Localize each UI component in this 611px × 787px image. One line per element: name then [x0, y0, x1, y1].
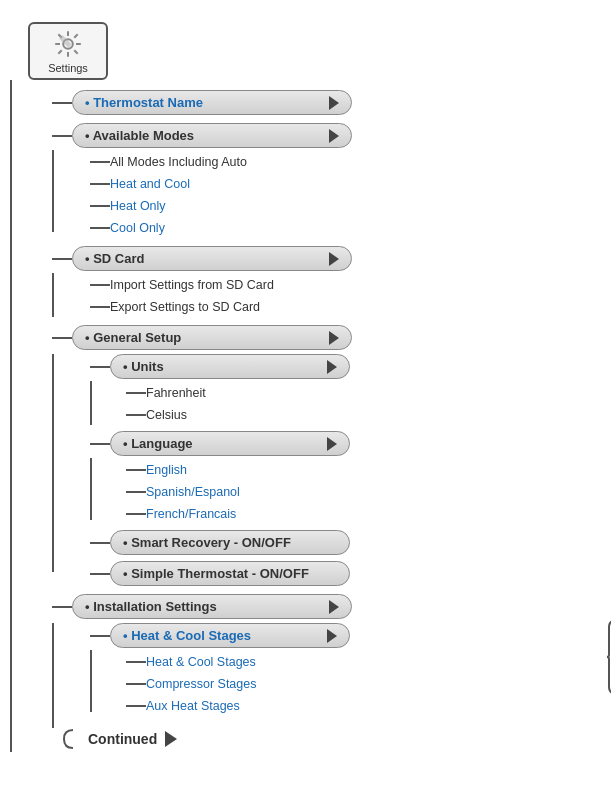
- brace-icon: [605, 617, 611, 697]
- french-row: French/Francais: [126, 504, 600, 524]
- mode-cool-only-label: Cool Only: [110, 221, 165, 235]
- h-connector: [52, 606, 72, 608]
- h-connector: [126, 414, 146, 416]
- h-connector: [126, 469, 146, 471]
- compressor-label: Compressor Stages: [146, 677, 256, 691]
- lang-spine: [90, 458, 92, 520]
- h-connector: [90, 542, 110, 544]
- h-connector: [126, 683, 146, 685]
- french-label: French/Francais: [146, 507, 236, 521]
- celsius-row: Celsius: [126, 405, 600, 425]
- heat-cool-stages-row: • Heat & Cool Stages: [90, 623, 600, 648]
- page-layout: Settings • Thermostat Name • Available M…: [10, 10, 600, 750]
- thermostat-name-row: • Thermostat Name: [52, 90, 600, 115]
- general-setup-label: • General Setup: [85, 330, 181, 345]
- sd-card-row: • SD Card: [52, 246, 600, 271]
- english-row: English: [126, 460, 600, 480]
- heat-cool-stages-wrap: • Heat & Cool Stages Availability depend…: [90, 623, 600, 716]
- installation-settings-label: • Installation Settings: [85, 599, 217, 614]
- simple-thermostat-pill[interactable]: • Simple Thermostat - ON/OFF: [110, 561, 350, 586]
- settings-label: Settings: [48, 62, 88, 74]
- available-modes-label: • Available Modes: [85, 128, 194, 143]
- h-connector: [90, 161, 110, 163]
- sd-card-pill[interactable]: • SD Card: [72, 246, 352, 271]
- sd-card-children: Import Settings from SD Card Export Sett…: [52, 273, 600, 317]
- h-connector: [90, 573, 110, 575]
- hcs-label-row: Heat & Cool Stages: [126, 652, 600, 672]
- thermostat-name-pill[interactable]: • Thermostat Name: [72, 90, 352, 115]
- gap: [52, 716, 600, 728]
- language-arrow: [327, 437, 337, 451]
- continued-arc-icon: [62, 728, 84, 750]
- svg-line-7: [74, 34, 77, 37]
- available-modes-children: All Modes Including Auto Heat and Cool H…: [52, 150, 600, 238]
- language-pill[interactable]: • Language: [110, 431, 350, 456]
- spanish-row: Spanish/Espanol: [126, 482, 600, 502]
- h-connector: [90, 227, 110, 229]
- units-children: Fahrenheit Celsius: [90, 381, 600, 425]
- mode-cool-only-row: Cool Only: [90, 218, 600, 238]
- svg-line-8: [58, 50, 61, 53]
- thermostat-name-label: • Thermostat Name: [85, 95, 203, 110]
- smart-recovery-pill[interactable]: • Smart Recovery - ON/OFF: [110, 530, 350, 555]
- heat-cool-children: Heat & Cool Stages Compressor Stages Aux…: [90, 650, 600, 716]
- gear-icon: [52, 28, 84, 60]
- fahrenheit-label: Fahrenheit: [146, 386, 206, 400]
- heat-cool-stages-pill[interactable]: • Heat & Cool Stages: [110, 623, 350, 648]
- units-pill[interactable]: • Units: [110, 354, 350, 379]
- h-connector: [90, 284, 110, 286]
- available-modes-arrow: [329, 129, 339, 143]
- continued-arrow: [165, 731, 177, 747]
- h-connector: [126, 661, 146, 663]
- install-spine: [52, 623, 54, 728]
- h-connector: [90, 306, 110, 308]
- sd-export-row: Export Settings to SD Card: [90, 297, 600, 317]
- svg-line-6: [74, 50, 77, 53]
- gap: [52, 586, 600, 594]
- units-row: • Units: [90, 354, 600, 379]
- h-connector: [52, 135, 72, 137]
- english-label: English: [146, 463, 187, 477]
- heat-cool-stages-arrow: [327, 629, 337, 643]
- h-connector: [126, 491, 146, 493]
- sd-import-row: Import Settings from SD Card: [90, 275, 600, 295]
- sd-card-arrow: [329, 252, 339, 266]
- language-row: • Language: [90, 431, 600, 456]
- main-tree: • Thermostat Name • Available Modes All …: [10, 80, 600, 750]
- units-spine: [90, 381, 92, 425]
- settings-icon-box[interactable]: Settings: [28, 22, 108, 80]
- h-connector: [90, 443, 110, 445]
- simple-thermostat-row: • Simple Thermostat - ON/OFF: [90, 561, 600, 586]
- spanish-label: Spanish/Espanol: [146, 485, 240, 499]
- mode-heat-only-label: Heat Only: [110, 199, 166, 213]
- continued-row: Continued: [52, 728, 600, 750]
- mode-heat-cool-row: Heat and Cool: [90, 174, 600, 194]
- units-arrow: [327, 360, 337, 374]
- gap: [52, 80, 600, 90]
- celsius-label: Celsius: [146, 408, 187, 422]
- h-connector: [90, 366, 110, 368]
- modes-spine: [52, 150, 54, 232]
- mode-heat-only-row: Heat Only: [90, 196, 600, 216]
- installation-children: • Heat & Cool Stages Availability depend…: [52, 623, 600, 716]
- general-setup-row: • General Setup: [52, 325, 600, 350]
- general-setup-children: • Units Fahrenheit Celsius: [52, 354, 600, 586]
- h-connector: [52, 337, 72, 339]
- installation-settings-pill[interactable]: • Installation Settings: [72, 594, 352, 619]
- gap: [52, 317, 600, 325]
- aux-heat-row: Aux Heat Stages: [126, 696, 600, 716]
- smart-recovery-label: • Smart Recovery - ON/OFF: [123, 535, 291, 550]
- general-setup-pill[interactable]: • General Setup: [72, 325, 352, 350]
- brace-wrap: Availability depends on Heat Pump dip sw…: [605, 617, 611, 697]
- hcs-label: Heat & Cool Stages: [146, 655, 256, 669]
- units-label: • Units: [123, 359, 164, 374]
- h-connector: [126, 513, 146, 515]
- language-label: • Language: [123, 436, 193, 451]
- h-connector: [90, 183, 110, 185]
- sd-export-label: Export Settings to SD Card: [110, 300, 260, 314]
- h-connector: [126, 392, 146, 394]
- continued-label: Continued: [88, 731, 157, 747]
- available-modes-pill[interactable]: • Available Modes: [72, 123, 352, 148]
- heat-cool-stages-label: • Heat & Cool Stages: [123, 628, 251, 643]
- installation-settings-arrow: [329, 600, 339, 614]
